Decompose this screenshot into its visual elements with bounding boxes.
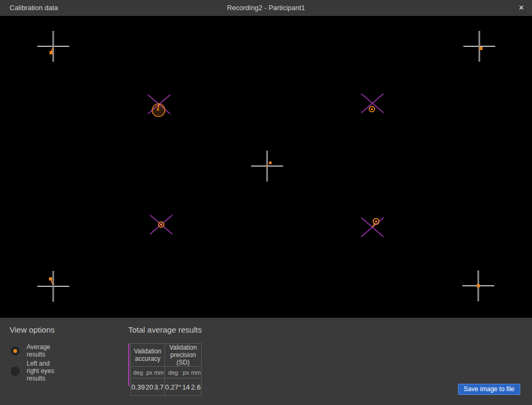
value-cell: 2.6 <box>190 378 202 396</box>
value-cell: 0.27° <box>164 378 181 396</box>
calibration-point-center <box>251 151 283 181</box>
unit-cell: deg <box>131 367 145 378</box>
value-cell: 14 <box>181 378 190 396</box>
table-units-row: deg px mm deg px mm <box>131 367 202 378</box>
results-table: Validation accuracy Validation precision… <box>130 343 202 396</box>
value-cell: 0.39 <box>131 378 145 396</box>
calibration-point-upper-mid-left <box>148 95 170 117</box>
radio-left-right-eyes-results[interactable]: Left and right eyes results <box>11 360 55 382</box>
bottom-panel: View options Average results Left and ri… <box>0 318 532 405</box>
radio-button-icon[interactable] <box>11 367 20 376</box>
unit-cell: px <box>145 367 154 378</box>
calibration-point-top-left <box>37 31 69 62</box>
results-table-wrap: Validation accuracy Validation precision… <box>128 343 202 396</box>
recording-participant-label: Recording2 - Participant1 <box>0 4 532 12</box>
close-icon[interactable]: ✕ <box>516 3 527 13</box>
titlebar: Calibration data Recording2 - Participan… <box>0 0 532 16</box>
unit-cell: mm <box>190 367 202 378</box>
calibration-point-upper-mid-right <box>361 94 384 113</box>
unit-cell: px <box>181 367 190 378</box>
view-options-heading: View options <box>10 325 55 334</box>
radio-button-icon[interactable] <box>11 346 20 356</box>
calibration-point-bottom-left <box>37 271 69 302</box>
accent-bar <box>128 343 129 386</box>
value-cell: 3.7 <box>154 378 164 396</box>
radio-average-results[interactable]: Average results <box>11 343 55 358</box>
value-cell: 20 <box>145 378 154 396</box>
calibration-points-canvas <box>0 16 532 318</box>
save-image-to-file-button[interactable]: Save image to file <box>458 384 520 395</box>
table-group-header-row: Validation accuracy Validation precision… <box>131 344 202 367</box>
results-heading: Total average results <box>128 325 202 334</box>
total-average-results-section: Total average results Validation accurac… <box>128 325 202 334</box>
radio-label: Average results <box>27 343 55 358</box>
col-validation-precision: Validation precision (SD) <box>164 344 202 367</box>
table-values-row: 0.39 20 3.7 0.27° 14 2.6 <box>131 378 202 396</box>
unit-cell: mm <box>154 367 164 378</box>
unit-cell: deg <box>164 367 181 378</box>
col-validation-accuracy: Validation accuracy <box>131 344 164 367</box>
radio-label: Left and right eyes results <box>27 360 55 382</box>
calibration-point-lower-mid-right <box>361 218 384 237</box>
calibration-point-bottom-right <box>462 270 494 301</box>
calibration-point-lower-mid-left <box>150 215 172 234</box>
calibration-point-top-right <box>463 31 495 62</box>
view-options-section: View options Average results Left and ri… <box>10 325 55 334</box>
calibration-plot-area <box>0 16 532 318</box>
calibration-data-window: Calibration data Recording2 - Participan… <box>0 0 532 405</box>
